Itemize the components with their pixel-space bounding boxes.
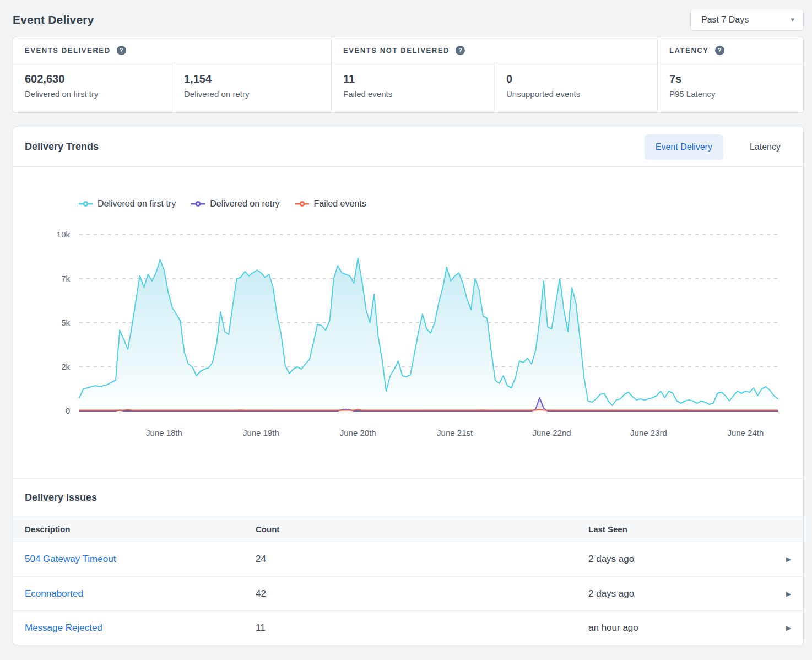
column-header-last-seen: Last Seen: [588, 524, 775, 534]
stats-group-title: EVENTS DELIVERED: [25, 46, 111, 55]
legend-marker-icon: [295, 201, 310, 207]
time-range-value: Past 7 Days: [701, 15, 749, 25]
svg-text:June 22nd: June 22nd: [533, 428, 571, 437]
help-icon[interactable]: ?: [117, 46, 126, 55]
issue-link[interactable]: Message Rejected: [25, 623, 102, 633]
chevron-right-icon[interactable]: ▶: [786, 624, 803, 632]
legend-item-delivered-retry[interactable]: Delivered on retry: [191, 199, 279, 209]
legend-marker-icon: [78, 201, 93, 207]
legend-item-delivered-first-try[interactable]: Delivered on first try: [78, 199, 176, 209]
metric-label: Delivered on retry: [184, 89, 331, 99]
trends-header: Delivery Trends Event Delivery Latency: [13, 127, 803, 167]
metric-label: Failed events: [343, 89, 494, 99]
stats-group-title: LATENCY: [669, 46, 709, 55]
metric-value: 7s: [669, 73, 803, 85]
metric-value: 0: [506, 73, 657, 85]
metric-label: P95 Latency: [669, 89, 803, 99]
metric-value: 1,154: [184, 73, 331, 85]
svg-text:June 21st: June 21st: [437, 428, 473, 437]
legend-label: Failed events: [314, 199, 366, 209]
issues-table-header: Description Count Last Seen: [13, 516, 803, 542]
issue-last-seen: 2 days ago: [588, 554, 775, 565]
issues-title: Delivery Issues: [25, 492, 792, 504]
issue-link[interactable]: 504 Gateway Timeout: [25, 554, 116, 564]
time-range-dropdown[interactable]: Past 7 Days ▾: [690, 9, 804, 31]
metric-delivered-retry: 1,154 Delivered on retry: [172, 63, 331, 112]
metric-label: Delivered on first try: [25, 89, 172, 99]
issue-count: 11: [256, 623, 588, 634]
svg-text:7k: 7k: [61, 274, 70, 283]
stats-group-events-delivered: EVENTS DELIVERED ? 602,630 Delivered on …: [13, 37, 331, 112]
trends-tabs: Event Delivery Latency: [645, 134, 792, 160]
metric-label: Unsupported events: [506, 89, 657, 99]
stats-summary-card: EVENTS DELIVERED ? 602,630 Delivered on …: [13, 37, 804, 113]
stats-group-latency: LATENCY ? 7s P95 Latency: [657, 37, 803, 112]
svg-text:June 19th: June 19th: [243, 428, 279, 437]
topbar: Event Delivery Past 7 Days ▾: [13, 0, 804, 37]
svg-text:5k: 5k: [61, 318, 70, 327]
svg-text:2k: 2k: [61, 362, 70, 371]
issues-header: Delivery Issues: [13, 479, 803, 516]
stats-group-title: EVENTS NOT DELIVERED: [343, 46, 450, 55]
legend-item-failed-events[interactable]: Failed events: [295, 199, 366, 209]
metric-unsupported-events: 0 Unsupported events: [494, 63, 657, 112]
chevron-down-icon: ▾: [791, 16, 794, 23]
table-row[interactable]: 504 Gateway Timeout 24 2 days ago ▶: [13, 542, 803, 576]
metric-value: 602,630: [25, 73, 172, 85]
trends-title: Delivery Trends: [25, 141, 99, 153]
tab-event-delivery[interactable]: Event Delivery: [645, 134, 723, 160]
column-header-description: Description: [25, 524, 256, 534]
metric-failed-events: 11 Failed events: [332, 63, 494, 112]
tab-latency[interactable]: Latency: [739, 134, 792, 160]
page-title: Event Delivery: [13, 13, 94, 26]
issue-last-seen: an hour ago: [588, 623, 775, 634]
delivery-trends-chart[interactable]: 02k5k7k10kJune 18thJune 19thJune 20thJun…: [13, 215, 804, 443]
chevron-right-icon[interactable]: ▶: [786, 555, 803, 563]
issue-count: 42: [256, 588, 588, 599]
metric-value: 11: [343, 73, 494, 85]
issue-link[interactable]: Econnaborted: [25, 588, 83, 599]
table-row[interactable]: Message Rejected 11 an hour ago ▶: [13, 610, 803, 645]
stats-group-events-not-delivered: EVENTS NOT DELIVERED ? 11 Failed events …: [331, 37, 657, 112]
trends-chart-area: Delivered on first try Delivered on retr…: [13, 167, 803, 478]
legend-label: Delivered on first try: [98, 199, 176, 209]
table-row[interactable]: Econnaborted 42 2 days ago ▶: [13, 576, 803, 610]
chevron-right-icon[interactable]: ▶: [786, 590, 803, 598]
legend-marker-icon: [191, 201, 205, 207]
metric-p95-latency: 7s P95 Latency: [658, 63, 803, 112]
help-icon[interactable]: ?: [456, 46, 465, 55]
svg-text:June 20th: June 20th: [340, 428, 376, 437]
legend-label: Delivered on retry: [210, 199, 279, 209]
event-delivery-page: Event Delivery Past 7 Days ▾ EVENTS DELI…: [0, 0, 812, 645]
column-header-count: Count: [256, 524, 588, 534]
issue-count: 24: [256, 554, 588, 565]
svg-text:June 24th: June 24th: [727, 428, 764, 437]
svg-text:0: 0: [66, 406, 70, 415]
svg-text:June 18th: June 18th: [146, 428, 182, 437]
svg-text:June 23rd: June 23rd: [630, 428, 667, 437]
svg-text:10k: 10k: [57, 230, 71, 239]
issue-last-seen: 2 days ago: [588, 588, 775, 599]
help-icon[interactable]: ?: [715, 46, 724, 55]
metric-delivered-first-try: 602,630 Delivered on first try: [13, 63, 172, 112]
chart-legend: Delivered on first try Delivered on retr…: [78, 198, 803, 210]
delivery-trends-card: Delivery Trends Event Delivery Latency D…: [13, 127, 804, 645]
